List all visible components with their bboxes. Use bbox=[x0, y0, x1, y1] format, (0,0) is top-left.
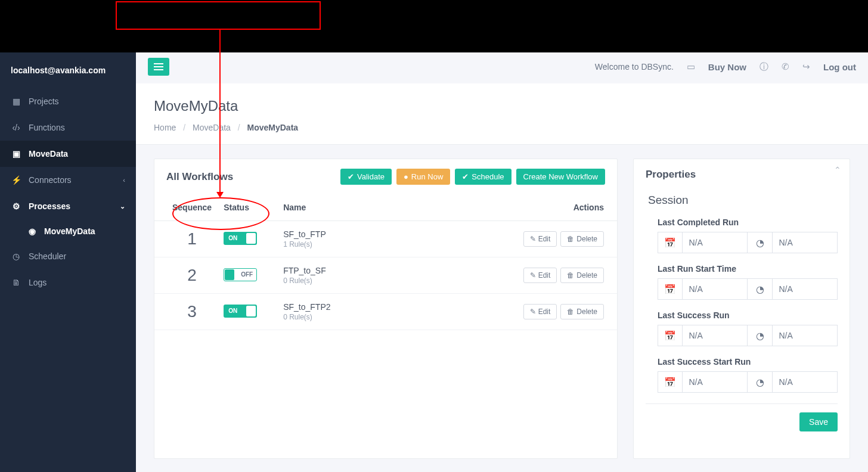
sidebar-item-label: Processes bbox=[29, 201, 70, 211]
chevron-down-icon: ⌄ bbox=[120, 203, 125, 210]
workflow-rules: 0 Rule(s) bbox=[283, 277, 504, 285]
annotation-red-ellipse bbox=[172, 197, 269, 230]
button-label: Delete bbox=[576, 308, 597, 316]
clock-icon: ◔ bbox=[748, 232, 773, 253]
pencil-icon: ✎ bbox=[530, 235, 536, 243]
check-icon: ✔ bbox=[462, 172, 469, 181]
page-title: MoveMyData bbox=[154, 98, 850, 114]
calendar-icon: 📅 bbox=[658, 232, 683, 253]
code-icon: ‹/› bbox=[11, 123, 21, 132]
workflow-name[interactable]: SF_to_FTP2 bbox=[283, 302, 504, 312]
pencil-icon: ✎ bbox=[530, 308, 536, 316]
toggle-label: ON bbox=[228, 308, 237, 314]
workflow-rules: 0 Rule(s) bbox=[283, 313, 504, 321]
status-toggle[interactable]: ON bbox=[224, 232, 257, 245]
sidebar-item-logs[interactable]: 🗎 Logs bbox=[0, 269, 136, 296]
toggle-knob bbox=[225, 269, 234, 280]
button-label: Delete bbox=[576, 235, 597, 243]
clock-icon: ◔ bbox=[748, 371, 773, 393]
button-label: Delete bbox=[576, 271, 597, 280]
property-label: Last Success Start Run bbox=[658, 357, 838, 367]
toggle-label: ON bbox=[228, 235, 237, 241]
property-group: Last Run Start Time📅N/A◔N/A bbox=[646, 264, 838, 300]
save-button[interactable]: Save bbox=[799, 412, 838, 431]
sidebar-item-label: MoveData bbox=[29, 149, 68, 159]
breadcrumb-current: MoveMyData bbox=[247, 123, 299, 132]
button-label: Schedule bbox=[472, 172, 504, 181]
edit-button[interactable]: ✎Edit bbox=[523, 268, 557, 283]
breadcrumb: Home / MoveData / MoveMyData bbox=[154, 123, 850, 132]
property-row: 📅N/A◔N/A bbox=[658, 278, 838, 300]
sidebar: localhost@avankia.com ▦ Projects ‹/› Fun… bbox=[0, 52, 136, 472]
property-row: 📅N/A◔N/A bbox=[658, 371, 838, 393]
plug-icon: ⚡ bbox=[11, 175, 21, 185]
delete-button[interactable]: 🗑Delete bbox=[560, 268, 604, 283]
delete-button[interactable]: 🗑Delete bbox=[560, 231, 604, 247]
logout-icon: ↪ bbox=[802, 61, 810, 72]
sidebar-item-projects[interactable]: ▦ Projects bbox=[0, 88, 136, 114]
sidebar-item-movedata[interactable]: ▣ MoveData bbox=[0, 141, 136, 167]
phone-icon[interactable]: ✆ bbox=[782, 61, 789, 72]
buy-now-link[interactable]: Buy Now bbox=[708, 62, 746, 72]
logout-link[interactable]: Log out bbox=[823, 62, 856, 72]
user-email: localhost@avankia.com bbox=[0, 52, 136, 88]
workflow-name[interactable]: SF_to_FTP bbox=[283, 229, 504, 239]
create-workflow-button[interactable]: Create New Workflow bbox=[516, 169, 605, 185]
schedule-button[interactable]: ✔ Schedule bbox=[455, 169, 511, 185]
info-icon[interactable]: ⓘ bbox=[760, 61, 768, 73]
sidebar-item-scheduler[interactable]: ◷ Scheduler bbox=[0, 243, 136, 269]
sidebar-item-label: Scheduler bbox=[29, 251, 66, 261]
collapse-icon[interactable]: ⌃ bbox=[834, 165, 841, 175]
property-group: Last Success Start Run📅N/A◔N/A bbox=[646, 357, 838, 393]
sidebar-item-label: Projects bbox=[29, 97, 59, 106]
property-date-value: N/A bbox=[683, 371, 748, 393]
calendar-icon: 📅 bbox=[658, 278, 683, 300]
property-label: Last Completed Run bbox=[658, 218, 838, 227]
property-group: Last Success Run📅N/A◔N/A bbox=[646, 310, 838, 346]
property-row: 📅N/A◔N/A bbox=[658, 232, 838, 253]
status-toggle[interactable]: ON bbox=[224, 305, 257, 318]
dashboard-icon: ▦ bbox=[11, 97, 21, 106]
edit-button[interactable]: ✎Edit bbox=[523, 304, 557, 319]
table-row: 3ONSF_to_FTP20 Rule(s)✎Edit🗑Delete bbox=[154, 294, 617, 330]
property-row: 📅N/A◔N/A bbox=[658, 325, 838, 346]
annotation-red-box bbox=[116, 1, 321, 30]
run-now-button[interactable]: ● Run Now bbox=[396, 169, 450, 185]
sidebar-item-connectors[interactable]: ⚡ Connectors ‹ bbox=[0, 167, 136, 193]
toggle-label: OFF bbox=[241, 271, 253, 278]
edit-button[interactable]: ✎Edit bbox=[523, 231, 557, 247]
workflow-name[interactable]: FTP_to_SF bbox=[283, 266, 504, 275]
clock-icon: ◔ bbox=[748, 325, 773, 346]
property-label: Last Success Run bbox=[658, 310, 838, 320]
table-row: 2OFFFTP_to_SF0 Rule(s)✎Edit🗑Delete bbox=[154, 257, 617, 294]
sidebar-subitem-movemydata[interactable]: ◉ MoveMyData bbox=[0, 219, 136, 243]
validate-button[interactable]: ✔ Validate bbox=[340, 169, 392, 185]
property-time-value: N/A bbox=[773, 325, 838, 346]
card-icon: ▭ bbox=[687, 61, 695, 72]
breadcrumb-movedata[interactable]: MoveData bbox=[193, 123, 231, 132]
main-content: All Workflows ✔ Validate ● Run Now ✔ Sch… bbox=[136, 145, 868, 472]
properties-title: Properties bbox=[646, 169, 838, 181]
delete-button[interactable]: 🗑Delete bbox=[560, 304, 604, 319]
button-label: Validate bbox=[357, 172, 385, 181]
annotation-arrow-head bbox=[216, 192, 224, 198]
sequence-number: 3 bbox=[172, 302, 212, 321]
topbar: Welcome to DBSync. ▭ Buy Now ⓘ ✆ ↪ Log o… bbox=[136, 52, 868, 81]
breadcrumb-home[interactable]: Home bbox=[154, 123, 176, 132]
clock-icon: ◷ bbox=[11, 251, 21, 261]
hamburger-icon bbox=[154, 63, 163, 70]
play-icon: ● bbox=[404, 172, 408, 181]
property-date-value: N/A bbox=[683, 278, 748, 300]
status-toggle[interactable]: OFF bbox=[224, 268, 257, 281]
property-time-value: N/A bbox=[773, 232, 838, 253]
chevron-left-icon: ‹ bbox=[123, 176, 125, 184]
menu-toggle-button[interactable] bbox=[148, 58, 169, 76]
sidebar-item-functions[interactable]: ‹/› Functions bbox=[0, 114, 136, 141]
clock-icon: ◔ bbox=[748, 278, 773, 300]
sidebar-item-label: Functions bbox=[29, 123, 65, 132]
grid-icon: ▣ bbox=[11, 149, 21, 159]
button-label: Edit bbox=[538, 271, 551, 280]
welcome-text: Welcome to DBSync. bbox=[595, 62, 674, 72]
sidebar-item-processes[interactable]: ⚙ Processes ⌄ bbox=[0, 193, 136, 219]
property-label: Last Run Start Time bbox=[658, 264, 838, 274]
